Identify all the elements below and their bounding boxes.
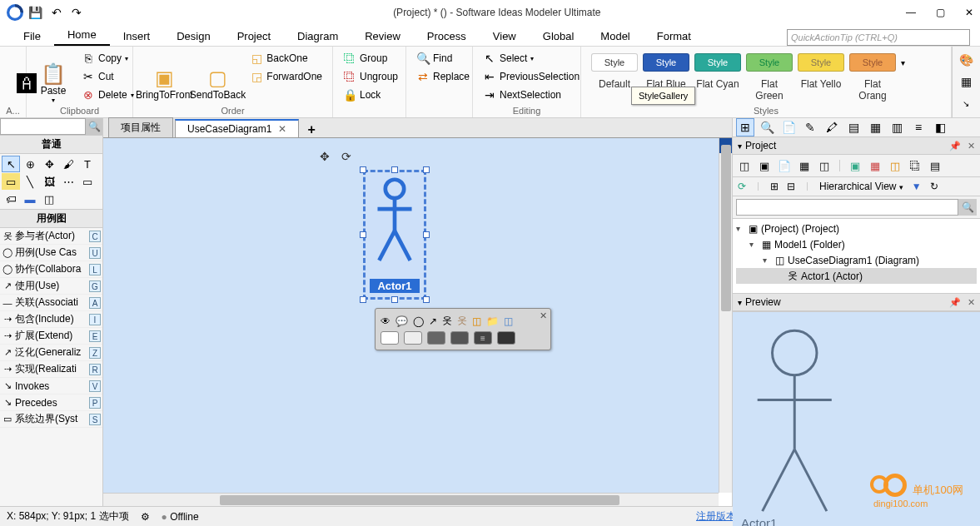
rp-tool-tree-icon[interactable]: ⊞ [736,118,754,136]
rp-tool-2-icon[interactable]: ▦ [866,118,884,136]
preview-close-icon[interactable]: ✕ [968,297,975,308]
tool-item[interactable]: 옷参与者(Actor)C [0,228,102,245]
menu-project[interactable]: Project [224,27,284,46]
find-button[interactable]: 🔍Find [413,50,473,67]
status-settings-icon[interactable]: ⚙ [141,511,150,523]
tool-container[interactable]: ◫ [40,191,58,207]
tool-image[interactable]: 🖼 [40,173,58,190]
maximize-button[interactable]: ▢ [936,7,945,18]
status-register-link[interactable]: 注册版本 [696,509,736,524]
actor-tool-icon[interactable]: 옷 [442,314,452,328]
minimize-button[interactable]: — [906,7,916,18]
close-button[interactable]: ✕ [965,7,973,18]
group-button[interactable]: ⿻Group [340,50,401,67]
preview-pin-icon[interactable]: 📌 [949,297,961,308]
ellipse-icon[interactable]: ◯ [413,315,424,327]
tool-item[interactable]: ↗泛化(GeneralizZ [0,345,102,361]
comment-icon[interactable]: 💬 [395,315,408,327]
collapse-all-icon[interactable]: ⊟ [787,181,795,192]
rotate-handle-icon[interactable]: ⟳ [341,150,351,163]
menu-design[interactable]: Design [163,27,223,46]
strip-7-icon[interactable]: ▦ [867,158,883,173]
quick-action-input[interactable]: QuickActionTip (CTRL+Q) [787,29,970,46]
actor-shape[interactable]: Actor1 [366,173,423,296]
back-one-button[interactable]: ◱BackOne [246,50,326,67]
style-palette-icon[interactable]: 🎨 [956,52,976,68]
strip-1-icon[interactable]: ◫ [736,158,753,173]
tool-rect2[interactable]: ▬ [21,191,39,207]
tool-item[interactable]: ↘InvokesV [0,378,102,394]
menu-insert[interactable]: Insert [110,27,164,46]
tool-item[interactable]: ↗使用(Use)G [0,278,102,295]
strip-10-icon[interactable]: ▤ [927,158,943,173]
style-grid-icon[interactable]: ▦ [956,73,976,90]
tool-pointer[interactable]: ↖ [2,156,20,172]
rp-tool-style-icon[interactable]: ◧ [931,118,949,136]
hscroll-thumb[interactable] [220,495,619,505]
actor-name-label[interactable]: Actor1 [370,279,420,293]
tree-arrow-icon[interactable]: ▾ [749,240,759,249]
delete-button[interactable]: ⊗Delete▾ [78,87,137,103]
toolbox-search-button[interactable]: 🔍 [86,118,102,135]
style-swatch-dark3[interactable] [497,331,515,345]
refresh-icon[interactable]: ⟳ [738,181,746,192]
menu-process[interactable]: Process [414,27,480,46]
sync-icon[interactable]: ↻ [930,181,938,192]
tree-node[interactable]: 옷Actor1 (Actor) [736,268,977,284]
tab-add-button[interactable]: + [301,122,321,137]
project-search-button[interactable]: 🔍 [958,199,977,216]
expand-all-icon[interactable]: ⊞ [770,181,779,192]
copy-button[interactable]: ⎘Copy▾ [78,50,137,67]
tool-item[interactable]: ▭系统边界(SystS [0,411,102,428]
tool-note[interactable]: ▭ [2,173,20,190]
rp-tool-search-icon[interactable]: 🔍 [758,118,776,136]
mini-toolbar-close-icon[interactable]: ✕ [540,310,547,321]
menu-home[interactable]: Home [54,25,110,46]
menu-diagram[interactable]: Diagram [284,27,351,46]
strip-9-icon[interactable]: ⿻ [907,158,923,173]
tree-node[interactable]: ▾▣(Project) (Project) [736,221,977,236]
strip-6-icon[interactable]: ▣ [847,158,863,173]
select-button[interactable]: ↖Select▾ [480,50,583,67]
preview-collapse-icon[interactable]: ▾ [738,298,742,307]
prev-selection-button[interactable]: ⇤PreviousSelection [480,68,583,85]
tool-pan[interactable]: ✥ [40,156,58,172]
resize-handle-ne[interactable] [423,166,430,173]
rp-tool-layers-icon[interactable]: ≡ [909,118,928,136]
filter-icon[interactable]: ▼ [912,181,922,192]
style-flat-yellow[interactable]: Style [798,53,844,72]
tool-item[interactable]: —关联(AssociatiA [0,295,102,311]
style-swatch-lines[interactable]: ≡ [474,331,492,345]
style-default[interactable]: Style [591,53,638,72]
tool-format-painter[interactable]: 🖌 [59,156,77,172]
tab-close-icon[interactable]: ✕ [278,123,286,135]
section-common[interactable]: 普通 [0,136,102,154]
canvas-hscrollbar[interactable] [103,493,719,506]
toolbox-search-input[interactable] [0,118,86,135]
ungroup-button[interactable]: ⿻Ungroup [340,68,401,85]
style-flat-cyan[interactable]: Style [694,53,741,72]
tool-item[interactable]: ⇢实现(RealizatiR [0,361,102,378]
pin-icon[interactable]: 📌 [949,141,961,151]
collapse-icon[interactable]: ▾ [738,141,742,151]
actor-alt-icon[interactable]: 옷 [457,314,467,328]
menu-model[interactable]: Model [587,27,643,46]
style-gallery-dropdown[interactable]: ▾ [901,58,905,67]
resize-handle-se[interactable] [423,296,430,303]
rp-tool-1-icon[interactable]: ▤ [844,118,863,136]
style-flat-orange[interactable]: Style [849,53,896,72]
replace-button[interactable]: ⇄Replace [413,68,473,85]
style-flat-green[interactable]: Style [746,53,793,72]
redo-icon[interactable]: ↷ [72,6,82,19]
tree-node[interactable]: ▾◫UseCaseDiagram1 (Diagram) [736,252,977,268]
tool-text[interactable]: T [78,156,97,172]
canvas-vscrollbar[interactable]: ◂ [719,138,732,493]
resize-handle-s[interactable] [391,296,398,303]
vscroll-thumb[interactable] [721,145,731,311]
menu-view[interactable]: View [480,27,530,46]
tool-item[interactable]: ◯用例(Use CasU [0,245,102,261]
tree-arrow-icon[interactable]: ▾ [736,224,746,233]
resize-handle-e[interactable] [423,231,430,238]
tool-zoom[interactable]: ⊕ [21,156,39,172]
menu-file[interactable]: File [10,27,54,46]
